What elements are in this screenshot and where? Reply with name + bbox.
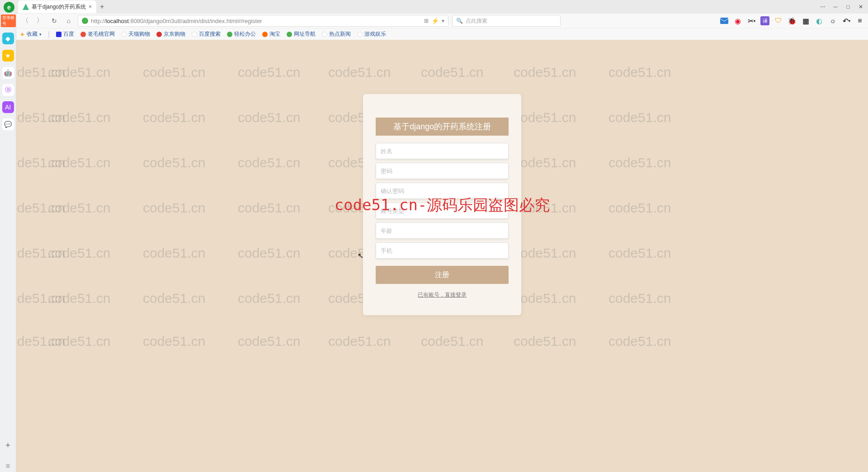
main-menu-icon[interactable]: ≡ bbox=[855, 16, 864, 25]
bookmark-baidu[interactable]: 百度 bbox=[56, 30, 74, 38]
extension-icon[interactable]: ◐ bbox=[815, 16, 824, 25]
bsearch-icon bbox=[192, 32, 197, 37]
back-button[interactable]: 〈 bbox=[20, 15, 31, 26]
left-sidebar: 登录账号 ◆ ★ 🤖 ⓐ AI 💬 + ≡ bbox=[0, 14, 16, 472]
home-button[interactable]: ⌂ bbox=[63, 15, 74, 26]
address-bar[interactable]: http://localhost:8080/django0m3u8/admin/… bbox=[78, 15, 448, 27]
age-input[interactable] bbox=[376, 222, 509, 239]
search-placeholder: 点此搜索 bbox=[466, 17, 487, 25]
baidu-icon bbox=[56, 32, 61, 37]
search-icon: 🔍 bbox=[456, 18, 463, 24]
watermark-text: code51.cn bbox=[143, 65, 205, 80]
reload-button[interactable]: ↻ bbox=[49, 15, 60, 26]
watermark-text: code51.cn bbox=[609, 155, 671, 170]
bookmark-news[interactable]: 热点新闻 bbox=[322, 30, 351, 38]
translate-icon[interactable]: 译 bbox=[760, 16, 769, 25]
watermark-text: code51.cn bbox=[238, 245, 300, 261]
watermark-text: code51.cn bbox=[48, 334, 110, 349]
bug-icon[interactable]: 🐞 bbox=[788, 16, 797, 25]
forward-button[interactable]: 〉 bbox=[34, 15, 45, 26]
sidebar-star-icon[interactable]: ★ bbox=[2, 50, 14, 61]
qr-icon[interactable]: ⊞ bbox=[424, 18, 429, 24]
name-input[interactable] bbox=[376, 143, 509, 159]
register-button[interactable]: 注册 bbox=[376, 266, 509, 284]
tmall-icon bbox=[121, 32, 127, 37]
bookmark-games[interactable]: 游戏娱乐 bbox=[357, 30, 386, 38]
sidebar-app-1[interactable]: ◆ bbox=[2, 33, 14, 44]
browser-tab[interactable]: 基于django的开药系统 × bbox=[18, 0, 96, 13]
watermark-text: code51.cn bbox=[514, 334, 576, 349]
watermark-text: code51.cn bbox=[143, 291, 205, 306]
weibo-icon[interactable]: ◉ bbox=[733, 16, 742, 25]
minimize-button[interactable]: ─ bbox=[832, 3, 839, 10]
watermark-text: code51.cn bbox=[48, 155, 110, 170]
watermark-text: code51.cn bbox=[609, 110, 671, 125]
laomaotao-icon bbox=[80, 32, 86, 37]
login-link[interactable]: 已有账号，直接登录 bbox=[376, 291, 509, 299]
watermark-text: code51.cn bbox=[48, 245, 110, 261]
watermark-text: code51.cn bbox=[238, 65, 300, 80]
bookmark-bar: ★收藏▾ | 百度 老毛桃官网 天猫购物 京东购物 百度搜索 轻松办公 淘宝 网… bbox=[0, 28, 868, 40]
browser-chrome: e 基于django的开药系统 × + ⋯ ─ □ ✕ 〈 〉 ↻ ⌂ http… bbox=[0, 0, 868, 40]
sidebar-bot-icon[interactable]: 🤖 bbox=[2, 67, 14, 79]
toolbar-icons: ◉ ✂▾ 译 🛡 🐞 ▦ ◐ ☼ ↶▾ ≡ bbox=[720, 16, 864, 25]
news-icon bbox=[322, 32, 327, 37]
speed-icon[interactable]: ⚡ bbox=[431, 17, 439, 24]
settings-icon[interactable]: ☼ bbox=[828, 16, 837, 25]
bookmark-office[interactable]: 轻松办公 bbox=[227, 30, 256, 38]
bookmark-nav[interactable]: 网址导航 bbox=[287, 30, 316, 38]
search-box[interactable]: 🔍 点此搜索 bbox=[452, 15, 561, 27]
watermark-text: code51.cn bbox=[421, 65, 483, 80]
restore-icon[interactable]: ↶▾ bbox=[842, 16, 851, 25]
shield-icon[interactable]: 🛡 bbox=[774, 16, 783, 25]
address-right: ⊞ ⚡ ▾ bbox=[424, 17, 444, 24]
menu-icon[interactable]: ⋯ bbox=[819, 3, 826, 10]
scissors-icon[interactable]: ✂▾ bbox=[747, 16, 756, 25]
sidebar-chat-icon[interactable]: 💬 bbox=[2, 118, 14, 130]
watermark-text: code51.cn bbox=[16, 291, 65, 306]
watermark-text: code51.cn bbox=[328, 65, 391, 80]
close-window-button[interactable]: ✕ bbox=[857, 3, 864, 10]
watermark-text: code51.cn bbox=[16, 200, 65, 216]
site-shield-icon bbox=[82, 18, 88, 24]
address-bar-row: 〈 〉 ↻ ⌂ http://localhost:8080/django0m3u… bbox=[0, 14, 868, 28]
nav-icon bbox=[287, 32, 292, 37]
bookmark-taobao[interactable]: 淘宝 bbox=[262, 30, 280, 38]
vue-favicon-icon bbox=[23, 4, 29, 10]
account-type-input[interactable] bbox=[376, 203, 509, 219]
tab-bar: 基于django的开药系统 × + ⋯ ─ □ ✕ bbox=[0, 0, 868, 14]
watermark-text: code51.cn bbox=[143, 155, 205, 170]
sidebar-list-icon[interactable]: ≡ bbox=[2, 460, 14, 472]
chevron-down-icon[interactable]: ▾ bbox=[442, 18, 444, 24]
watermark-text: code51.cn bbox=[609, 200, 671, 216]
login-badge[interactable]: 登录账号 bbox=[1, 14, 16, 27]
watermark-text: code51.cn bbox=[238, 291, 300, 306]
maximize-button[interactable]: □ bbox=[844, 3, 852, 10]
tab-close-icon[interactable]: × bbox=[89, 4, 92, 10]
bookmark-baidu-search[interactable]: 百度搜索 bbox=[192, 30, 221, 38]
browser-logo-icon[interactable]: e bbox=[4, 2, 14, 13]
watermark-text: code51.cn bbox=[514, 245, 576, 261]
bookmark-laomaotao[interactable]: 老毛桃官网 bbox=[80, 30, 115, 38]
confirm-password-input[interactable] bbox=[376, 183, 509, 199]
phone-input[interactable] bbox=[376, 242, 509, 259]
watermark-text: code51.cn bbox=[238, 110, 300, 125]
password-input[interactable] bbox=[376, 163, 509, 179]
mail-icon[interactable] bbox=[720, 16, 729, 25]
sidebar-ai2-icon[interactable]: AI bbox=[2, 101, 14, 113]
watermark-text: code51.cn bbox=[609, 245, 671, 261]
watermark-text: code51.cn bbox=[609, 65, 671, 80]
sidebar-add-button[interactable]: + bbox=[5, 441, 10, 450]
games-icon bbox=[357, 32, 363, 37]
page-viewport: code51.cncode51.cncode51.cncode51.cncode… bbox=[16, 40, 868, 472]
watermark-text: code51.cn bbox=[609, 334, 671, 349]
bookmark-jd[interactable]: 京东购物 bbox=[156, 30, 185, 38]
apps-icon[interactable]: ▦ bbox=[801, 16, 810, 25]
watermark-text: code51.cn bbox=[238, 155, 300, 170]
sidebar-ai-icon[interactable]: ⓐ bbox=[2, 84, 14, 96]
bookmark-tmall[interactable]: 天猫购物 bbox=[121, 30, 150, 38]
new-tab-button[interactable]: + bbox=[100, 3, 104, 11]
register-card: 基于django的开药系统注册 注册 已有账号，直接登录 bbox=[363, 94, 521, 315]
watermark-text: code51.cn bbox=[421, 334, 483, 349]
favorites-button[interactable]: ★收藏▾ bbox=[20, 30, 42, 38]
